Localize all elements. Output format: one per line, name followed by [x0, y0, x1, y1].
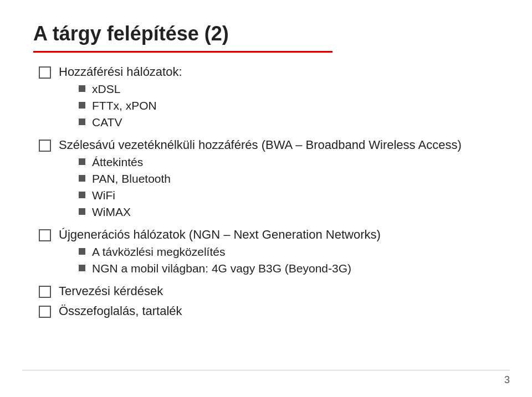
level2-label-attekintes: Áttekintés: [92, 156, 499, 169]
level2-list-ujgeneracios: A távközlési megközelítés NGN a mobil vi…: [79, 245, 499, 275]
bullet-icon-attekintes: [79, 158, 85, 165]
list-item-ngn-mobil: NGN a mobil világban: 4G vagy B3G (Beyon…: [79, 262, 499, 275]
bullet-icon-tavkozlesi: [79, 248, 85, 255]
bullet-icon-xdsl: [79, 85, 85, 92]
list-item-pan: PAN, Bluetooth: [79, 172, 499, 185]
bullet-icon-wimax: [79, 208, 85, 215]
level2-list-hozzaferesi: xDSL FTTx, xPON CATV: [79, 83, 499, 129]
level1-text-szelessavu: Szélesávú vezetéknélküli hozzáférés (BWA…: [59, 138, 499, 222]
bullet-icon-ngn-mobil: [79, 265, 85, 271]
checkbox-icon-tervezesi: [39, 286, 51, 298]
level1-label-ujgeneracios: Újgenerációs hálózatok (NGN – Next Gener…: [59, 228, 381, 241]
bullet-icon-fttx: [79, 102, 85, 109]
list-item-wifi: WiFi: [79, 189, 499, 202]
list-item-tervezesi: Tervezési kérdések: [39, 284, 499, 298]
level2-label-wimax: WiMAX: [92, 205, 499, 219]
level1-text-ujgeneracios: Újgenerációs hálózatok (NGN – Next Gener…: [59, 228, 499, 279]
slide: A tárgy felépítése (2) Hozzáférési hálóz…: [0, 0, 532, 397]
level1-label-szelessavu: Szélesávú vezetéknélküli hozzáférés (BWA…: [59, 138, 462, 152]
level2-list-szelessavu: Áttekintés PAN, Bluetooth WiFi WiMAX: [79, 156, 499, 219]
list-item-osszefoglalas: Összefoglalás, tartalék: [39, 304, 499, 318]
level2-label-pan: PAN, Bluetooth: [92, 172, 499, 185]
list-item-szelessavu: Szélesávú vezetéknélküli hozzáférés (BWA…: [39, 138, 499, 222]
list-item-catv: CATV: [79, 116, 499, 129]
title-underline: [33, 51, 332, 53]
bullet-icon-catv: [79, 118, 85, 125]
checkbox-icon-ujgeneracios: [39, 229, 51, 241]
level1-text-osszefoglalas: Összefoglalás, tartalék: [59, 304, 499, 318]
list-item-wimax: WiMAX: [79, 205, 499, 219]
level2-label-wifi: WiFi: [92, 189, 499, 202]
level2-label-xdsl: xDSL: [92, 83, 499, 96]
page-number: 3: [504, 374, 510, 386]
checkbox-icon-szelessavu: [39, 140, 51, 152]
level1-text-tervezesi: Tervezési kérdések: [59, 284, 499, 298]
level1-label-tervezesi: Tervezési kérdések: [59, 284, 163, 298]
list-item-attekintes: Áttekintés: [79, 156, 499, 169]
checkbox-icon-hozzaferesi: [39, 66, 51, 79]
list-item-ujgeneracios: Újgenerációs hálózatok (NGN – Next Gener…: [39, 228, 499, 279]
list-item-xdsl: xDSL: [79, 83, 499, 96]
checkbox-icon-osszefoglalas: [39, 306, 51, 318]
level1-text-hozzaferesi: Hozzáférési hálózatok: xDSL FTTx, xPON C…: [59, 65, 499, 132]
title-section: A tárgy felépítése (2): [33, 22, 499, 53]
level2-label-ngn-mobil: NGN a mobil világban: 4G vagy B3G (Beyon…: [92, 262, 499, 275]
list-item-hozzaferesi: Hozzáférési hálózatok: xDSL FTTx, xPON C…: [39, 65, 499, 132]
bottom-divider: [22, 370, 510, 370]
slide-title: A tárgy felépítése (2): [33, 22, 499, 45]
list-item-tavkozlesi: A távközlési megközelítés: [79, 245, 499, 259]
level2-label-tavkozlesi: A távközlési megközelítés: [92, 245, 499, 259]
level1-label-hozzaferesi: Hozzáférési hálózatok:: [59, 65, 182, 79]
list-item-fttx: FTTx, xPON: [79, 99, 499, 112]
bullet-icon-pan: [79, 175, 85, 182]
level1-label-osszefoglalas: Összefoglalás, tartalék: [59, 304, 182, 318]
level2-label-fttx: FTTx, xPON: [92, 99, 499, 112]
content-area: Hozzáférési hálózatok: xDSL FTTx, xPON C…: [33, 65, 499, 318]
bullet-icon-wifi: [79, 192, 85, 198]
level2-label-catv: CATV: [92, 116, 499, 129]
